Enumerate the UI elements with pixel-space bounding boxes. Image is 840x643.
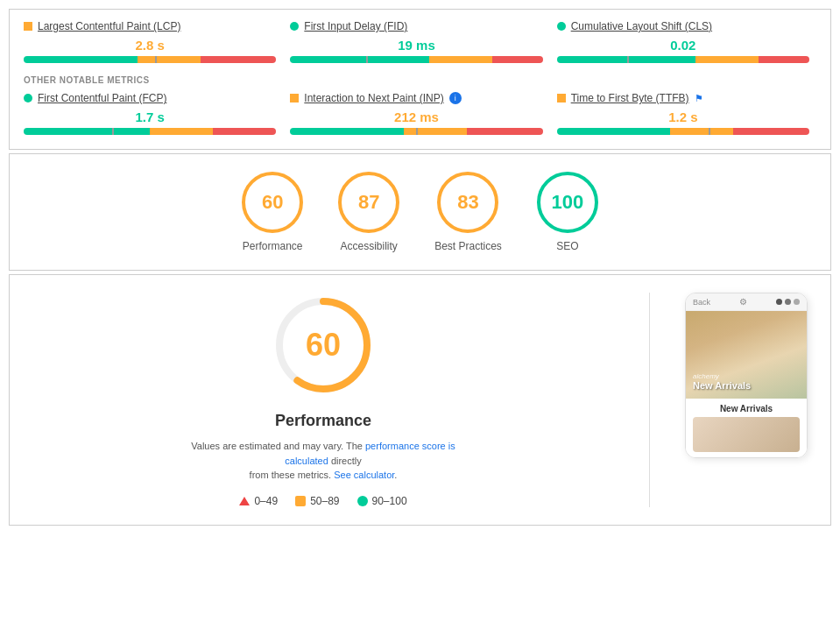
score-seo[interactable]: 100 SEO: [537, 172, 598, 252]
phone-image-area: alchemy New Arrivals: [686, 311, 807, 399]
fcp-value: 1.7 s: [24, 110, 276, 124]
inp-bar-green: [290, 128, 404, 135]
other-vitals-row: First Contentful Paint (FCP) 1.7 s Inter…: [24, 92, 816, 135]
cls-link[interactable]: Cumulative Layout Shift (CLS): [571, 20, 712, 32]
needs-improvement-icon: [295, 496, 306, 506]
accessibility-label: Accessibility: [340, 240, 397, 252]
fcp-bar-red: [213, 128, 276, 135]
seo-value: 100: [551, 191, 583, 214]
best-practices-label: Best Practices: [434, 240, 502, 252]
fid-bar-green: [290, 56, 429, 63]
cls-indicator: [557, 22, 566, 31]
score-performance[interactable]: 60 Performance: [242, 172, 303, 252]
ttfb-bar-red: [733, 128, 808, 135]
legend-poor: 0–49: [239, 495, 278, 507]
description-text: Values are estimated and may vary. The: [191, 441, 363, 451]
top-section: Largest Contentful Paint (LCP) 2.8 s Fir…: [9, 9, 831, 150]
inp-info-icon[interactable]: i: [449, 92, 462, 104]
phone-body: New Arrivals: [686, 399, 807, 457]
lcp-bar-red: [201, 56, 276, 63]
metric-fid: First Input Delay (FID) 19 ms: [283, 20, 549, 63]
cls-bar-green: [557, 56, 696, 63]
cls-bar-red: [759, 56, 809, 63]
accessibility-circle: 87: [338, 172, 399, 233]
fcp-bar: [24, 128, 276, 135]
lcp-bar-marker: [155, 56, 157, 63]
poor-icon: [239, 497, 250, 505]
lcp-bar: [24, 56, 276, 63]
metric-inp: Interaction to Next Paint (INP) i 212 ms: [283, 92, 549, 135]
phone-dot-3: [794, 299, 800, 305]
big-score-label: Performance: [275, 412, 371, 430]
fcp-link[interactable]: First Contentful Paint (FCP): [38, 92, 166, 104]
fcp-indicator: [24, 94, 32, 102]
good-icon: [357, 496, 368, 506]
lcp-bar-green: [24, 56, 138, 63]
see-calculator-link[interactable]: See calculator: [334, 470, 394, 480]
score-best-practices[interactable]: 83 Best Practices: [434, 172, 502, 252]
fid-bar-red: [492, 56, 543, 63]
phone-headline: New Arrivals: [693, 380, 751, 392]
metric-fcp-title[interactable]: First Contentful Paint (FCP): [24, 92, 276, 104]
phone-dot-1: [776, 299, 782, 305]
metric-lcp-title[interactable]: Largest Contentful Paint (LCP): [24, 20, 276, 32]
accessibility-value: 87: [358, 191, 379, 214]
description-directly: directly: [331, 456, 362, 466]
best-practices-value: 83: [457, 191, 478, 214]
lcp-link[interactable]: Largest Contentful Paint (LCP): [38, 20, 180, 32]
description-dot: .: [394, 470, 397, 480]
fid-link[interactable]: First Input Delay (FID): [304, 20, 407, 32]
legend-needs-improvement: 50–89: [295, 495, 339, 507]
seo-circle: 100: [537, 172, 598, 233]
ttfb-link[interactable]: Time to First Byte (TTFB): [571, 92, 689, 104]
fid-indicator: [290, 22, 299, 31]
metric-fcp: First Contentful Paint (FCP) 1.7 s: [24, 92, 283, 135]
vertical-divider: [649, 293, 650, 507]
lcp-indicator: [24, 22, 32, 31]
scores-section: 60 Performance 87 Accessibility 83 Best …: [9, 153, 831, 271]
bottom-score-area: 60 Performance Values are estimated and …: [24, 293, 623, 507]
metric-fid-title[interactable]: First Input Delay (FID): [290, 20, 542, 32]
metric-ttfb-title[interactable]: Time to First Byte (TTFB) ⚑: [557, 92, 809, 104]
phone-small-image: [693, 417, 800, 452]
inp-bar-yellow: [404, 128, 467, 135]
description-from: from these metrics.: [250, 470, 332, 480]
inp-link[interactable]: Interaction to Next Paint (INP): [304, 92, 443, 104]
needs-improvement-range: 50–89: [310, 495, 339, 507]
metric-cls: Cumulative Layout Shift (CLS) 0.02: [550, 20, 816, 63]
cls-value: 0.02: [557, 38, 809, 53]
fcp-bar-yellow: [150, 128, 213, 135]
score-accessibility[interactable]: 87 Accessibility: [338, 172, 399, 252]
phone-mockup: Back ⚙ alchemy New Arrivals New Arriv: [685, 293, 808, 458]
performance-circle: 60: [242, 172, 303, 233]
fid-bar: [290, 56, 542, 63]
lcp-value: 2.8 s: [24, 38, 276, 53]
fcp-bar-green: [24, 128, 150, 135]
performance-value: 60: [262, 191, 283, 214]
metric-cls-title[interactable]: Cumulative Layout Shift (CLS): [557, 20, 809, 32]
inp-bar-red: [467, 128, 542, 135]
ttfb-bar-marker: [709, 128, 710, 135]
cls-bar-yellow: [695, 56, 759, 63]
ttfb-indicator: [557, 94, 566, 102]
legend-good: 90–100: [357, 495, 407, 507]
good-range: 90–100: [372, 495, 407, 507]
inp-bar: [290, 128, 542, 135]
ttfb-value: 1.2 s: [557, 110, 809, 124]
phone-dot-2: [785, 299, 791, 305]
other-notable-label: OTHER NOTABLE METRICS: [24, 75, 816, 85]
inp-value: 212 ms: [290, 110, 542, 124]
phone-preview: Back ⚙ alchemy New Arrivals New Arriv: [676, 293, 816, 507]
phone-brand: alchemy: [693, 372, 751, 380]
phone-back-label: Back: [693, 298, 710, 307]
ttfb-bar: [557, 128, 809, 135]
inp-indicator: [290, 94, 299, 102]
score-legend: 0–49 50–89 90–100: [239, 495, 406, 507]
ttfb-flag-icon: ⚑: [695, 93, 703, 104]
fid-bar-marker: [366, 56, 368, 63]
metric-inp-title[interactable]: Interaction to Next Paint (INP) i: [290, 92, 542, 104]
fid-bar-yellow: [429, 56, 492, 63]
big-score-circle: 60: [271, 293, 376, 398]
phone-dots: [776, 299, 800, 305]
phone-section-title: New Arrivals: [693, 404, 800, 413]
